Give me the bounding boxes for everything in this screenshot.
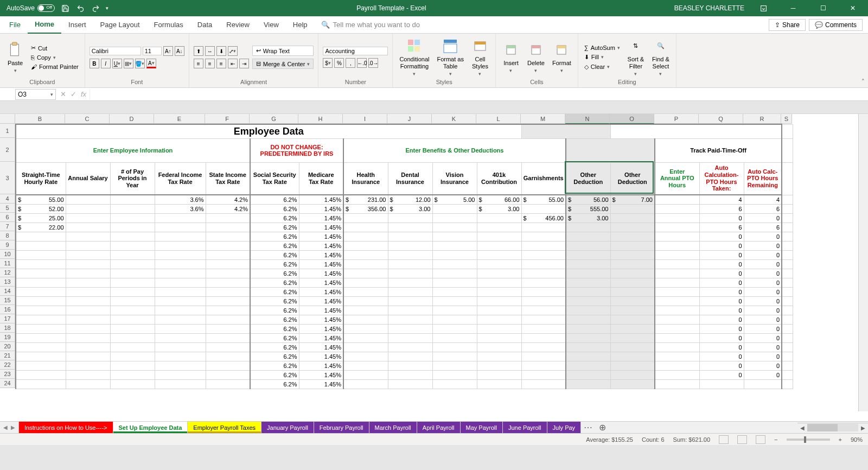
cell-N6[interactable]: $3.00 bbox=[566, 213, 610, 223]
cell-F11[interactable] bbox=[206, 259, 250, 269]
cell-N5[interactable]: $555.00 bbox=[566, 204, 610, 213]
header-I[interactable]: HealthInsurance bbox=[343, 162, 388, 195]
cell-J20[interactable] bbox=[388, 342, 432, 352]
row-header-13[interactable]: 13 bbox=[0, 277, 15, 287]
row-header-11[interactable]: 11 bbox=[0, 259, 15, 268]
cell-E20[interactable] bbox=[155, 342, 206, 352]
cell-C21[interactable] bbox=[66, 352, 110, 361]
cell[interactable] bbox=[782, 361, 793, 370]
cell-P7[interactable] bbox=[655, 223, 699, 232]
cell-M19[interactable] bbox=[521, 333, 566, 342]
cell-D8[interactable] bbox=[110, 232, 155, 241]
cell-F12[interactable] bbox=[206, 269, 250, 278]
cell-Q9[interactable]: 0 bbox=[699, 241, 744, 250]
col-header-O[interactable]: O bbox=[610, 114, 654, 124]
tab-home[interactable]: Home bbox=[28, 16, 61, 34]
cell-G5[interactable]: 6.2% bbox=[250, 204, 299, 213]
cell-D21[interactable] bbox=[110, 352, 155, 361]
cell-B13[interactable] bbox=[16, 278, 66, 287]
cell-G24[interactable]: 6.2% bbox=[250, 379, 299, 389]
tab-review[interactable]: Review bbox=[219, 16, 257, 34]
cell-P24[interactable] bbox=[655, 379, 699, 389]
cell-I20[interactable] bbox=[343, 342, 388, 352]
accounting-format-icon[interactable]: $▾ bbox=[323, 58, 333, 68]
cell-I12[interactable] bbox=[343, 269, 388, 278]
cell[interactable] bbox=[782, 324, 793, 333]
new-sheet-button[interactable]: ⊕ bbox=[595, 422, 609, 433]
cell-K10[interactable] bbox=[432, 250, 477, 259]
cell-K7[interactable] bbox=[432, 223, 477, 232]
zoom-slider[interactable] bbox=[787, 439, 830, 441]
font-name-select[interactable] bbox=[90, 47, 141, 55]
cell-F19[interactable] bbox=[206, 333, 250, 342]
cell-R4[interactable]: 4 bbox=[744, 195, 782, 204]
sheet-tab-april-payroll[interactable]: April Payroll bbox=[417, 422, 461, 433]
header-C[interactable]: Annual Salary bbox=[66, 162, 110, 195]
col-header-R[interactable]: R bbox=[743, 114, 781, 124]
cell-I8[interactable] bbox=[343, 232, 388, 241]
cell-G20[interactable]: 6.2% bbox=[250, 342, 299, 352]
cell-P6[interactable] bbox=[655, 213, 699, 223]
cell-J19[interactable] bbox=[388, 333, 432, 342]
cell-Q24[interactable] bbox=[699, 379, 744, 389]
number-format-select[interactable] bbox=[323, 47, 388, 55]
cell-D17[interactable] bbox=[110, 315, 155, 324]
cell-P21[interactable] bbox=[655, 352, 699, 361]
cell-P8[interactable] bbox=[655, 232, 699, 241]
cell-D19[interactable] bbox=[110, 333, 155, 342]
row-header-1[interactable]: 1 bbox=[0, 124, 15, 138]
cell-F5[interactable]: 4.2% bbox=[206, 204, 250, 213]
cell-L20[interactable] bbox=[477, 342, 521, 352]
percent-format-icon[interactable]: % bbox=[334, 58, 344, 68]
cell-M6[interactable]: $456.00 bbox=[521, 213, 566, 223]
cell-N12[interactable] bbox=[566, 269, 610, 278]
cell-P17[interactable] bbox=[655, 315, 699, 324]
cell-O9[interactable] bbox=[610, 241, 655, 250]
cell-K15[interactable] bbox=[432, 296, 477, 306]
cell-O23[interactable] bbox=[610, 370, 655, 379]
cell-M16[interactable] bbox=[521, 306, 566, 315]
close-button[interactable]: ✕ bbox=[842, 0, 864, 16]
underline-button[interactable]: U▾ bbox=[112, 59, 122, 68]
cell-R21[interactable]: 0 bbox=[744, 352, 782, 361]
cell-O17[interactable] bbox=[610, 315, 655, 324]
cell-C5[interactable] bbox=[66, 204, 110, 213]
cell-P5[interactable] bbox=[655, 204, 699, 213]
cell-H12[interactable]: 1.45% bbox=[299, 269, 343, 278]
cell-C4[interactable] bbox=[66, 195, 110, 204]
cell-O8[interactable] bbox=[610, 232, 655, 241]
cell-B22[interactable] bbox=[16, 361, 66, 370]
cell-H11[interactable]: 1.45% bbox=[299, 259, 343, 269]
cell-B6[interactable]: $25.00 bbox=[16, 213, 66, 223]
cell-E17[interactable] bbox=[155, 315, 206, 324]
cell-C8[interactable] bbox=[66, 232, 110, 241]
cell-I11[interactable] bbox=[343, 259, 388, 269]
cell-B19[interactable] bbox=[16, 333, 66, 342]
sheet-tab-instructions-on-how-to-use[interactable]: Instructions on How to Use----> bbox=[19, 422, 113, 433]
cell-F17[interactable] bbox=[206, 315, 250, 324]
cell-H18[interactable]: 1.45% bbox=[299, 324, 343, 333]
cell-J18[interactable] bbox=[388, 324, 432, 333]
col-header-J[interactable]: J bbox=[387, 114, 432, 124]
cell-L19[interactable] bbox=[477, 333, 521, 342]
cell-D23[interactable] bbox=[110, 370, 155, 379]
cell-Q22[interactable]: 0 bbox=[699, 361, 744, 370]
cell-J22[interactable] bbox=[388, 361, 432, 370]
cell-L12[interactable] bbox=[477, 269, 521, 278]
cell-B16[interactable] bbox=[16, 306, 66, 315]
cell-H14[interactable]: 1.45% bbox=[299, 287, 343, 296]
cell-C7[interactable] bbox=[66, 223, 110, 232]
row-header-20[interactable]: 20 bbox=[0, 342, 15, 351]
cell-J8[interactable] bbox=[388, 232, 432, 241]
cell-D10[interactable] bbox=[110, 250, 155, 259]
cell-N23[interactable] bbox=[566, 370, 610, 379]
cell-Q11[interactable]: 0 bbox=[699, 259, 744, 269]
cell-C17[interactable] bbox=[66, 315, 110, 324]
conditional-formatting-button[interactable]: Conditional Formatting▾ bbox=[397, 36, 431, 79]
format-painter-button[interactable]: 🖌Format Painter bbox=[29, 63, 80, 71]
cell-N19[interactable] bbox=[566, 333, 610, 342]
cell-Q14[interactable]: 0 bbox=[699, 287, 744, 296]
cell-F22[interactable] bbox=[206, 361, 250, 370]
cell-B21[interactable] bbox=[16, 352, 66, 361]
cell-M7[interactable] bbox=[521, 223, 566, 232]
